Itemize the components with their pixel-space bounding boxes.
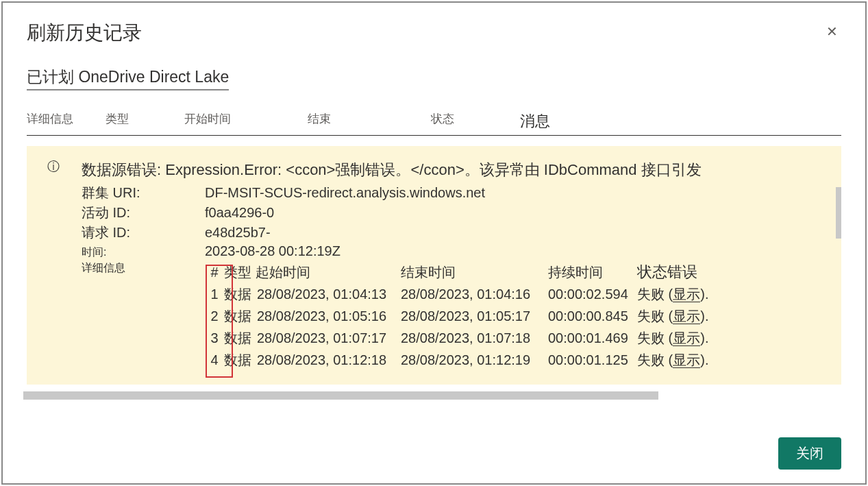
show-link[interactable]: 显示 — [673, 308, 700, 324]
col-status: 状态 — [431, 111, 520, 132]
col-start: 开始时间 — [184, 111, 308, 132]
cell-duration: 00:00:01.125 — [548, 349, 637, 371]
cell-start: 28/08/2023, 01:04:13 — [257, 283, 401, 305]
cell-start: 28/08/2023, 01:05:16 — [257, 305, 401, 327]
label-request-id: 请求 ID: — [82, 223, 205, 242]
close-button[interactable]: 关闭 — [778, 437, 841, 470]
refresh-history-dialog: 刷新历史记录 ✕ 已计划 OneDrive Direct Lake 详细信息 类… — [1, 1, 867, 485]
cell-status: 失败 (显示). — [637, 305, 708, 327]
detail-row: 3 数据 28/08/2023, 01:07:17 28/08/2023, 01… — [205, 327, 824, 349]
head-num: # — [205, 261, 224, 283]
cell-status: 失败 (显示). — [637, 283, 708, 305]
label-time: 时间: — [82, 245, 205, 260]
show-link[interactable]: 显示 — [673, 287, 700, 302]
error-message: 数据源错误: Expression.Error: <ccon>强制错误。</cc… — [82, 160, 824, 180]
detail-row: 4 数据 28/08/2023, 01:12:18 28/08/2023, 01… — [205, 349, 824, 371]
head-status-error: 状态错误 — [637, 261, 697, 283]
head-end: 结束时间 — [401, 261, 548, 283]
cell-type: 数据 — [224, 305, 257, 327]
info-icon: ⓘ — [47, 158, 60, 175]
cell-type: 数据 — [224, 327, 257, 349]
cell-num: 4 — [205, 349, 224, 371]
close-icon[interactable]: ✕ — [826, 23, 838, 40]
cell-duration: 00:00:00.845 — [548, 305, 637, 327]
detail-body: # 类型 起始时间 结束时间 持续时间 状态错误 1 数据 28/08/2023… — [205, 261, 824, 371]
label-cluster-uri: 群集 URI: — [82, 184, 205, 202]
cell-end: 28/08/2023, 01:05:17 — [401, 305, 548, 327]
cell-num: 3 — [205, 327, 224, 349]
columns-header: 详细信息 类型 开始时间 结束 状态 消息 — [27, 111, 841, 136]
show-link[interactable]: 显示 — [673, 352, 700, 368]
cell-type: 数据 — [224, 349, 257, 371]
col-details: 详细信息 — [27, 111, 106, 132]
col-end: 结束 — [308, 111, 431, 132]
error-panel: ⓘ 数据源错误: Expression.Error: <ccon>强制错误。</… — [27, 146, 841, 385]
horizontal-scrollbar[interactable] — [23, 391, 658, 400]
cell-end: 28/08/2023, 01:07:18 — [401, 327, 548, 349]
cell-duration: 00:00:02.594 — [548, 283, 637, 305]
value-cluster-uri: DF-MSIT-SCUS-redirect.analysis.windows.n… — [205, 185, 485, 201]
cell-status: 失败 (显示). — [637, 349, 708, 371]
cell-duration: 00:00:01.469 — [548, 327, 637, 349]
head-type-start: 类型 起始时间 — [224, 261, 401, 283]
detail-row: 2 数据 28/08/2023, 01:05:16 28/08/2023, 01… — [205, 305, 824, 327]
head-duration: 持续时间 — [548, 261, 637, 283]
col-type: 类型 — [106, 111, 184, 132]
label-details: 详细信息 — [82, 261, 205, 276]
detail-header-row: # 类型 起始时间 结束时间 持续时间 状态错误 — [205, 261, 824, 283]
cell-type: 数据 — [224, 283, 257, 305]
cell-status: 失败 (显示). — [637, 327, 708, 349]
value-time: 2023-08-28 00:12:19Z — [205, 243, 340, 259]
cell-end: 28/08/2023, 01:12:19 — [401, 349, 548, 371]
value-activity-id: f0aa4296-0 — [205, 205, 274, 221]
cell-start: 28/08/2023, 01:12:18 — [257, 349, 401, 371]
cell-num: 1 — [205, 283, 224, 305]
dialog-subtitle: 已计划 OneDrive Direct Lake — [27, 66, 229, 90]
col-message: 消息 — [520, 111, 550, 132]
show-link[interactable]: 显示 — [673, 330, 700, 346]
detail-row: 1 数据 28/08/2023, 01:04:13 28/08/2023, 01… — [205, 283, 824, 305]
cell-num: 2 — [205, 305, 224, 327]
label-activity-id: 活动 ID: — [82, 204, 205, 222]
dialog-title: 刷新历史记录 — [27, 20, 841, 46]
cell-start: 28/08/2023, 01:07:17 — [257, 327, 401, 349]
cell-end: 28/08/2023, 01:04:16 — [401, 283, 548, 305]
value-request-id: e48d25b7- — [205, 225, 271, 241]
vertical-scroll-hint[interactable] — [836, 187, 841, 239]
